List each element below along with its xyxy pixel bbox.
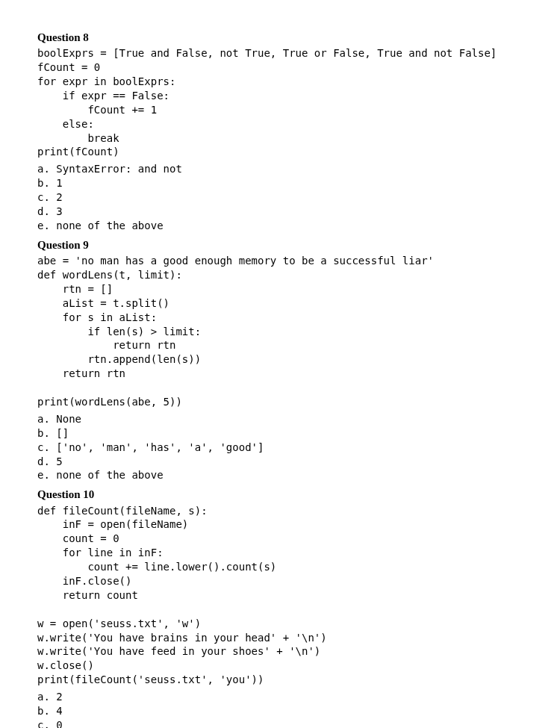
question-code: abe = 'no man has a good enough memory t… <box>37 254 523 409</box>
question-title: Question 8 <box>37 30 523 45</box>
question-block: Question 10 def fileCount(fileName, s): … <box>37 487 523 728</box>
question-code: def fileCount(fileName, s): inF = open(f… <box>37 504 523 688</box>
question-code: boolExprs = [True and False, not True, T… <box>37 46 523 159</box>
question-options: a. SyntaxError: and not b. 1 c. 2 d. 3 e… <box>37 162 523 232</box>
question-title: Question 10 <box>37 487 523 502</box>
question-options: a. None b. [] c. ['no', 'man', 'has', 'a… <box>37 412 523 482</box>
question-block: Question 8 boolExprs = [True and False, … <box>37 30 523 233</box>
question-options: a. 2 b. 4 c. 0 d. None e. none of the ab… <box>37 690 523 728</box>
question-title: Question 9 <box>37 237 523 252</box>
question-block: Question 9 abe = 'no man has a good enou… <box>37 237 523 483</box>
